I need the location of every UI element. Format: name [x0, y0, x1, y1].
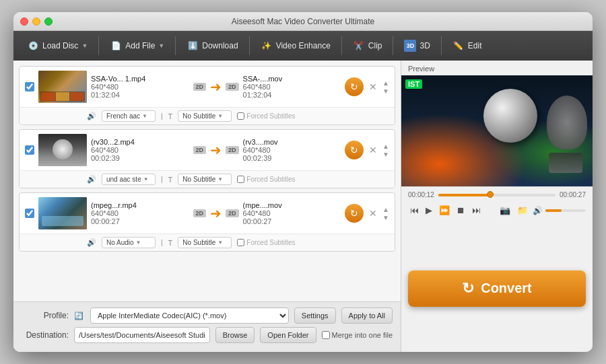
pipe-1: | — [161, 112, 163, 120]
remove-btn-3[interactable]: ✕ — [368, 207, 378, 220]
remove-btn-1[interactable]: ✕ — [368, 80, 378, 94]
file-checkbox-3[interactable] — [25, 209, 34, 218]
forced-label-2: Forced Subtitles — [237, 176, 295, 183]
mechanical-base — [549, 153, 582, 173]
forced-label-1: Forced Subtitles — [237, 112, 295, 120]
file-sub-row-1: 🔊 French aac ▼ | T No Subtitle ▼ — [20, 107, 395, 124]
file-checkbox-1[interactable] — [25, 82, 34, 92]
titlebar: Aiseesoft Mac Video Converter Ultimate — [13, 12, 593, 31]
mechanical-part — [547, 96, 587, 149]
browse-button[interactable]: Browse — [215, 327, 255, 343]
output-info-3: (mpe....mov 640*480 00:00:27 — [243, 201, 341, 225]
download-button[interactable]: ⬇️ Download — [180, 36, 244, 55]
audio-dropdown-3[interactable]: No Audio ▼ — [102, 237, 156, 248]
skip-forward-button[interactable]: ⏭ — [470, 204, 483, 217]
chevron-down-icon: ▼ — [81, 42, 88, 49]
skip-back-button[interactable]: ⏮ — [408, 204, 421, 217]
quick-convert-1[interactable]: ↻ — [345, 77, 364, 96]
quick-convert-2[interactable]: ↻ — [345, 141, 364, 159]
expand-btn-3[interactable]: ▲▼ — [382, 206, 389, 221]
badge-2d-out-2: 2D — [226, 146, 239, 154]
video-enhance-button[interactable]: ✨ Video Enhance — [254, 36, 337, 55]
separator-5 — [393, 36, 393, 55]
toolbar: 💿 Load Disc ▼ 📄 Add File ▼ ⬇️ Download ✨… — [13, 31, 593, 61]
convert-icon: ↻ — [462, 280, 474, 297]
current-time: 00:00:12 — [408, 191, 434, 198]
file-info-2: (rv30...2.mp4 640*480 00:02:39 — [91, 138, 189, 162]
download-icon: ⬇️ — [187, 40, 199, 52]
audio-dropdown-1[interactable]: French aac ▼ — [102, 110, 156, 122]
play-button[interactable]: ▶ — [424, 204, 434, 217]
forced-label-3: Forced Subtitles — [237, 239, 295, 246]
convert-button[interactable]: ↻ Convert — [408, 270, 586, 307]
minimize-button[interactable] — [32, 17, 40, 26]
pipe-2: | — [161, 176, 163, 183]
destination-input[interactable] — [74, 327, 210, 343]
progress-thumb[interactable] — [487, 191, 494, 198]
file-row-1: SSA-Vo... 1.mp4 640*480 01:32:04 2D ➜ 2D… — [20, 67, 395, 107]
chevron-down-icon: ▼ — [158, 42, 164, 49]
sub-icon-1: T — [168, 112, 173, 120]
forced-check-1[interactable] — [237, 112, 244, 120]
volume-track[interactable] — [545, 209, 586, 212]
audio-dropdown-2[interactable]: und aac ste ▼ — [102, 174, 156, 185]
forced-check-3[interactable] — [237, 239, 244, 246]
output-info-1: SSA-....mov 640*480 01:32:04 — [243, 75, 341, 99]
enhance-icon: ✨ — [261, 40, 273, 52]
chevron-sub-3: ▼ — [217, 240, 223, 246]
arrow-icon-3: ➜ — [210, 205, 222, 221]
subtitle-dropdown-2[interactable]: No Subtitle ▼ — [178, 174, 232, 185]
load-disc-button[interactable]: 💿 Load Disc ▼ — [20, 36, 94, 55]
open-folder-button[interactable]: Open Folder — [260, 327, 316, 343]
file-info-3: (mpeg...r.mp4 640*480 00:00:27 — [91, 201, 189, 225]
profile-icon: 🔄 — [74, 312, 83, 320]
file-list: SSA-Vo... 1.mp4 640*480 01:32:04 2D ➜ 2D… — [13, 61, 401, 301]
main-window: Aiseesoft Mac Video Converter Ultimate 💿… — [13, 12, 593, 352]
file-item-3: (mpeg...r.mp4 640*480 00:00:27 2D ➜ 2D (… — [19, 192, 395, 252]
subtitle-dropdown-1[interactable]: No Subtitle ▼ — [178, 110, 232, 122]
merge-checkbox[interactable] — [322, 331, 330, 339]
file-checkbox-2[interactable] — [25, 145, 34, 155]
badge-2d-in-1: 2D — [193, 83, 207, 91]
folder-button[interactable]: 📁 — [515, 204, 530, 217]
robot-ball — [483, 89, 537, 143]
stop-button[interactable]: ⏹ — [454, 204, 467, 217]
profile-select[interactable]: Apple InterMediate Codec(AIC) (*.mov) — [90, 307, 289, 324]
file-item-1: SSA-Vo... 1.mp4 640*480 01:32:04 2D ➜ 2D… — [19, 66, 395, 125]
convert-section: ↻ Convert — [401, 225, 593, 352]
clip-button[interactable]: ✂️ Clip — [346, 36, 389, 55]
maximize-button[interactable] — [44, 17, 53, 26]
merge-label: Merge into one file — [322, 331, 393, 339]
snapshot-button[interactable]: 📷 — [498, 204, 512, 217]
apply-all-button[interactable]: Apply to All — [341, 307, 393, 324]
settings-button[interactable]: Settings — [294, 307, 336, 324]
separator-3 — [249, 36, 250, 55]
badge-2d-in-2: 2D — [193, 146, 207, 154]
subtitle-dropdown-3[interactable]: No Subtitle ▼ — [178, 237, 232, 248]
chevron-sub-1: ▼ — [217, 113, 223, 119]
close-button[interactable] — [20, 17, 28, 26]
file-thumbnail-3 — [38, 197, 87, 229]
edit-button[interactable]: ✏️ Edit — [446, 36, 489, 55]
quick-convert-3[interactable]: ↻ — [345, 204, 364, 223]
right-panel: Preview IST 00:00:12 00 — [401, 61, 593, 352]
remove-btn-2[interactable]: ✕ — [368, 143, 378, 157]
clip-icon: ✂️ — [353, 40, 365, 52]
file-sub-row-3: 🔊 No Audio ▼ | T No Subtitle ▼ — [20, 233, 395, 251]
badge-2d-out-3: 2D — [226, 209, 239, 217]
arrow-icon-1: ➜ — [210, 79, 222, 95]
fast-forward-button[interactable]: ⏩ — [437, 204, 452, 217]
disc-icon: 💿 — [27, 40, 39, 52]
left-panel: SSA-Vo... 1.mp4 640*480 01:32:04 2D ➜ 2D… — [13, 61, 401, 352]
main-content: SSA-Vo... 1.mp4 640*480 01:32:04 2D ➜ 2D… — [13, 61, 593, 352]
progress-track[interactable] — [438, 194, 556, 196]
forced-check-2[interactable] — [237, 176, 244, 183]
3d-button[interactable]: 3D 3D — [397, 36, 436, 55]
edit-icon: ✏️ — [452, 40, 465, 52]
expand-btn-2[interactable]: ▲▼ — [382, 143, 389, 158]
playback-controls: 00:00:12 00:00:27 ⏮ ▶ ⏩ ⏹ ⏭ 📷 📁 — [401, 186, 593, 225]
destination-label: Destination: — [22, 330, 69, 340]
expand-btn-1[interactable]: ▲▼ — [382, 79, 389, 95]
profile-row: Profile: 🔄 Apple InterMediate Codec(AIC)… — [22, 307, 393, 324]
add-file-button[interactable]: 📄 Add File ▼ — [103, 36, 171, 55]
